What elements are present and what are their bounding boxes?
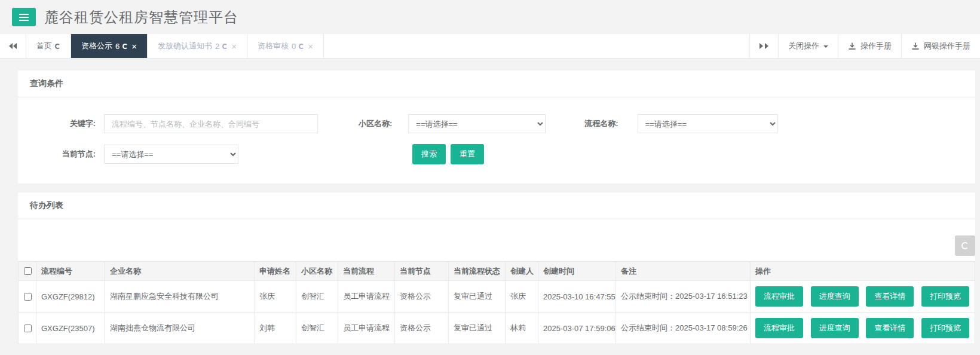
cell-community: 创智汇 — [296, 313, 338, 344]
tabs-scroll-left-button[interactable] — [0, 34, 26, 58]
app-header: 麓谷租赁公租房智慧管理平台 — [0, 0, 980, 34]
chevron-down-icon — [823, 45, 828, 48]
tab-count: 2 — [215, 42, 219, 51]
main-content: 查询条件 关键字: 小区名称: ==请选择== 流程名称: ==请选择== 当前… — [0, 59, 980, 344]
cell-process-no: GXGZF(23507) — [36, 313, 105, 344]
cell-actions: 流程审批 进度查询 查看详情 打印预览 — [751, 313, 975, 344]
close-operations-label: 关闭操作 — [788, 41, 819, 51]
refresh-icon[interactable] — [122, 44, 128, 49]
progress-query-button[interactable]: 进度查询 — [811, 318, 859, 338]
table-toolbar — [18, 219, 975, 261]
close-icon[interactable]: × — [231, 42, 237, 51]
col-created-time: 创建时间 — [538, 262, 616, 281]
close-operations-dropdown[interactable]: 关闭操作 — [778, 34, 838, 58]
tabbar-actions: 关闭操作 操作手册 网银操作手册 — [749, 34, 980, 58]
tabs-scroll-right-button[interactable] — [749, 34, 778, 58]
col-flow-status: 当前流程状态 — [449, 262, 506, 281]
cell-company: 湖南拙燕仓物流有限公司 — [105, 313, 255, 344]
print-preview-button[interactable]: 打印预览 — [921, 318, 969, 338]
cell-creator: 张庆 — [506, 281, 538, 313]
refresh-icon[interactable] — [55, 44, 60, 49]
cell-flow-status: 复审已通过 — [449, 281, 506, 313]
view-details-button[interactable]: 查看详情 — [866, 318, 914, 338]
close-icon[interactable]: × — [308, 42, 313, 51]
flow-name-select[interactable]: ==请选择== — [638, 114, 778, 133]
col-actions: 操作 — [751, 262, 975, 281]
tab-count: 0 — [292, 42, 296, 51]
print-preview-button[interactable]: 打印预览 — [921, 286, 969, 307]
reset-button[interactable]: 重置 — [451, 144, 484, 164]
tab-label: 资格审核 — [258, 41, 289, 51]
current-node-label: 当前节点: — [33, 149, 96, 160]
community-select[interactable]: ==请选择== — [408, 114, 546, 133]
cell-current-flow: 员工申请流程 — [338, 281, 395, 313]
tab-qualification-review[interactable]: 资格审核0 × — [247, 34, 324, 58]
menu-toggle-button[interactable] — [12, 8, 36, 26]
double-right-arrow-icon — [760, 43, 763, 49]
tab-label: 首页 — [36, 41, 52, 51]
col-community: 小区名称 — [296, 262, 338, 281]
query-panel-title: 查询条件 — [18, 71, 975, 97]
cell-process-no: GXGZF(29812) — [36, 281, 105, 313]
row-checkbox[interactable] — [24, 293, 32, 301]
cell-created-time: 2025-03-10 16:47:55 — [538, 281, 616, 313]
ebank-manual-label: 网银操作手册 — [924, 41, 970, 51]
download-icon — [911, 42, 920, 50]
todo-panel-title: 待办列表 — [18, 192, 975, 219]
community-label: 小区名称: — [359, 118, 392, 129]
ebank-manual-button[interactable]: 网银操作手册 — [901, 34, 980, 58]
keyword-input[interactable] — [104, 114, 318, 133]
view-details-button[interactable]: 查看详情 — [866, 286, 914, 307]
todo-panel: 待办列表 流程编号 企业名称 申请姓名 小区名称 当前流程 当前节 — [18, 192, 975, 344]
download-icon — [848, 42, 856, 50]
table-header-row: 流程编号 企业名称 申请姓名 小区名称 当前流程 当前节点 当前流程状态 创建人… — [19, 262, 975, 281]
cell-applicant: 张庆 — [255, 281, 296, 313]
col-creator: 创建人 — [506, 262, 538, 281]
refresh-icon[interactable] — [222, 44, 228, 49]
flow-approve-button[interactable]: 流程审批 — [755, 318, 803, 338]
todo-table: 流程编号 企业名称 申请姓名 小区名称 当前流程 当前节点 当前流程状态 创建人… — [18, 261, 975, 344]
cell-creator: 林莉 — [506, 313, 538, 344]
double-left-arrow-icon — [9, 43, 13, 49]
double-right-arrow-icon — [765, 43, 768, 49]
cell-community: 创智汇 — [296, 281, 338, 313]
query-panel: 查询条件 关键字: 小区名称: ==请选择== 流程名称: ==请选择== 当前… — [18, 71, 975, 183]
flow-name-label: 流程名称: — [584, 118, 618, 129]
col-applicant: 申请姓名 — [255, 262, 296, 281]
progress-query-button[interactable]: 进度查询 — [811, 286, 859, 307]
tab-issue-confirmation-notice[interactable]: 发放确认通知书2 × — [148, 34, 247, 58]
table-refresh-button[interactable] — [955, 235, 975, 256]
cell-actions: 流程审批 进度查询 查看详情 打印预览 — [751, 281, 975, 313]
tab-label: 发放确认通知书 — [158, 41, 212, 51]
col-current-node: 当前节点 — [395, 262, 449, 281]
operation-manual-button[interactable]: 操作手册 — [838, 34, 901, 58]
tab-count: 6 — [115, 42, 120, 51]
table-row: GXGZF(29812) 湖南星鹏应急安全科技有限公司 张庆 创智汇 员工申请流… — [19, 281, 975, 313]
double-left-arrow-icon — [13, 43, 17, 49]
col-current-flow: 当前流程 — [338, 262, 395, 281]
tab-bar: 首页 资格公示6 × 发放确认通知书2 × 资格审核0 × 关闭操作 操作手 — [0, 34, 980, 59]
refresh-icon[interactable] — [299, 44, 304, 49]
col-remark: 备注 — [616, 262, 751, 281]
tab-qualification-publicity[interactable]: 资格公示6 × — [71, 34, 148, 58]
cell-flow-status: 复审已通过 — [449, 313, 506, 344]
select-all-checkbox[interactable] — [24, 267, 32, 275]
col-company: 企业名称 — [105, 262, 255, 281]
hamburger-icon — [19, 14, 29, 15]
cell-created-time: 2025-03-07 17:59:06 — [538, 313, 616, 344]
table-row: GXGZF(23507) 湖南拙燕仓物流有限公司 刘韩 创智汇 员工申请流程 资… — [19, 313, 975, 344]
close-icon[interactable]: × — [131, 42, 137, 51]
tab-label: 资格公示 — [81, 41, 112, 51]
flow-approve-button[interactable]: 流程审批 — [755, 286, 803, 307]
search-button[interactable]: 搜索 — [412, 144, 446, 164]
current-node-select[interactable]: ==请选择== — [104, 145, 238, 164]
tab-home[interactable]: 首页 — [26, 34, 71, 58]
keyword-label: 关键字: — [33, 118, 96, 129]
refresh-icon — [961, 242, 969, 249]
row-checkbox[interactable] — [24, 325, 32, 332]
cell-remark: 公示结束时间：2025-03-17 16:51:23 — [616, 281, 751, 313]
cell-applicant: 刘韩 — [255, 313, 296, 344]
cell-remark: 公示结束时间：2025-03-17 08:59:26 — [616, 313, 751, 344]
query-form: 关键字: 小区名称: ==请选择== 流程名称: ==请选择== 当前节点: =… — [18, 97, 975, 183]
cell-current-flow: 员工申请流程 — [338, 313, 395, 344]
